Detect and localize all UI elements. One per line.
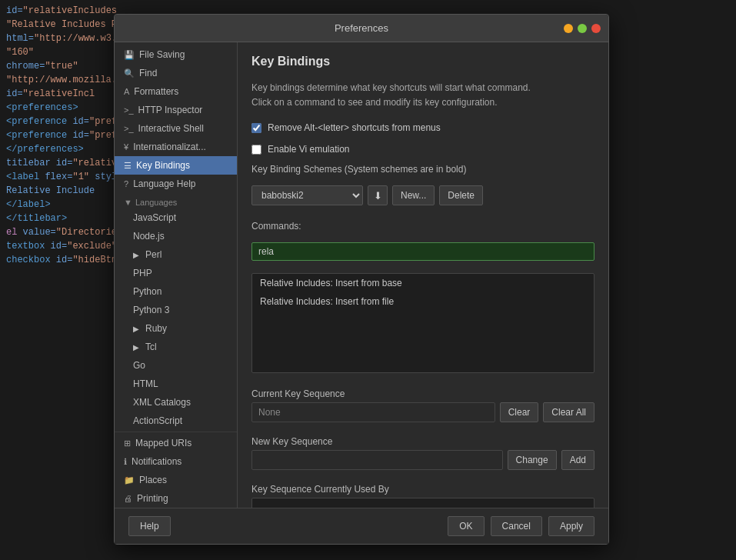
sidebar-item-label: Interactive Shell	[138, 123, 204, 134]
sidebar-item-python[interactable]: Python	[115, 282, 237, 301]
sidebar-item-nodejs[interactable]: Node.js	[115, 227, 237, 245]
ok-button[interactable]: OK	[448, 516, 484, 536]
sidebar: 💾 File Saving 🔍 Find A Formatters >_ HTT…	[115, 42, 238, 508]
clear-button[interactable]: Clear	[500, 402, 539, 422]
minimize-button[interactable]	[564, 24, 573, 33]
i18n-icon: ¥	[124, 142, 128, 152]
shell-icon: >_	[124, 124, 134, 133]
sidebar-item-tcl[interactable]: ▶ Tcl	[115, 338, 237, 356]
sidebar-item-internationalization[interactable]: ¥ Internationalizat...	[115, 138, 237, 156]
sidebar-item-label: Find	[139, 68, 157, 78]
sidebar-item-xml-catalogs[interactable]: XML Catalogs	[115, 393, 237, 412]
sidebar-item-php[interactable]: PHP	[115, 264, 237, 282]
sidebar-item-places[interactable]: 📁 Places	[115, 471, 237, 489]
change-button[interactable]: Change	[508, 450, 557, 470]
sidebar-item-label: File Saving	[139, 49, 185, 60]
sidebar-item-mapped-uris[interactable]: ⊞ Mapped URIs	[115, 434, 237, 452]
maximize-button[interactable]	[578, 24, 587, 33]
sidebar-item-actionscript[interactable]: ActionScript	[115, 412, 237, 430]
places-icon: 📁	[124, 475, 135, 485]
sidebar-item-label: Tcl	[145, 342, 157, 352]
new-key-seq-input[interactable]	[251, 450, 503, 470]
http-icon: >_	[124, 105, 134, 115]
sidebar-item-label: Notifications	[132, 456, 182, 467]
help-button[interactable]: Help	[128, 516, 171, 536]
sidebar-item-label: Key Bindings	[136, 160, 190, 171]
add-button[interactable]: Add	[561, 450, 594, 470]
find-icon: 🔍	[124, 68, 135, 78]
sidebar-item-html[interactable]: HTML	[115, 375, 237, 393]
sidebar-item-label: Python 3	[133, 305, 169, 315]
sidebar-item-label: Mapped URIs	[135, 438, 191, 448]
sidebar-item-label: HTTP Inspector	[138, 105, 203, 115]
lang-help-icon: ?	[124, 179, 128, 188]
sidebar-item-find[interactable]: 🔍 Find	[115, 64, 237, 82]
sidebar-item-label: JavaScript	[133, 212, 176, 223]
current-key-seq-input	[251, 402, 495, 422]
bottom-bar: Help OK Cancel Apply	[115, 508, 608, 544]
close-button[interactable]	[591, 24, 601, 33]
sidebar-item-interactive-shell[interactable]: >_ Interactive Shell	[115, 119, 237, 138]
sidebar-item-formatters[interactable]: A Formatters	[115, 82, 237, 101]
languages-expand-icon: ▼	[124, 198, 132, 207]
checkbox-row-alt: Remove Alt-<letter> shortcuts from menus	[251, 122, 594, 133]
remove-alt-shortcuts-label: Remove Alt-<letter> shortcuts from menus	[268, 122, 441, 133]
new-key-sequence-section: New Key Sequence Change Add	[251, 436, 594, 470]
sidebar-item-file-saving[interactable]: 💾 File Saving	[115, 45, 237, 64]
sidebar-item-python3[interactable]: Python 3	[115, 301, 237, 319]
scheme-select[interactable]: babobski2	[251, 185, 363, 205]
tcl-expand-icon: ▶	[133, 343, 139, 352]
sidebar-item-go[interactable]: Go	[115, 356, 237, 375]
sidebar-item-label: Perl	[145, 249, 162, 260]
apply-button[interactable]: Apply	[548, 516, 594, 536]
commands-search-input[interactable]	[251, 242, 594, 261]
notifications-icon: ℹ	[124, 457, 127, 467]
sidebar-item-label: Internationalizat...	[133, 142, 206, 152]
description-line1: Key bindings determine what key shortcut…	[251, 81, 594, 95]
dialog-body: 💾 File Saving 🔍 Find A Formatters >_ HTT…	[115, 42, 608, 508]
sidebar-item-http-inspector[interactable]: >_ HTTP Inspector	[115, 101, 237, 119]
current-key-seq-label: Current Key Sequence	[251, 388, 594, 399]
list-item[interactable]: Relative Includes: Insert from file	[252, 292, 594, 311]
preferences-dialog: Preferences 💾 File Saving 🔍 Find A Forma…	[114, 14, 609, 545]
scheme-delete-button[interactable]: Delete	[439, 185, 483, 205]
scheme-download-button[interactable]: ⬇	[368, 185, 388, 205]
schemes-label: Key Binding Schemes (System schemes are …	[251, 164, 594, 175]
main-panel: Key Bindings Key bindings determine what…	[238, 42, 608, 508]
vi-emulation-checkbox[interactable]	[251, 145, 261, 155]
download-icon: ⬇	[374, 190, 382, 202]
sidebar-item-language-help[interactable]: ? Language Help	[115, 175, 237, 193]
sidebar-item-label: Language Help	[133, 178, 195, 189]
sidebar-item-label: Formatters	[134, 86, 178, 97]
perl-expand-icon: ▶	[133, 251, 139, 259]
key-bindings-icon: ☰	[124, 161, 132, 171]
checkbox-row-vi: Enable Vi emulation	[251, 144, 594, 155]
new-key-seq-row: Change Add	[251, 450, 594, 470]
current-key-sequence-section: Current Key Sequence Clear Clear All	[251, 388, 594, 422]
sidebar-item-key-bindings[interactable]: ☰ Key Bindings	[115, 156, 237, 175]
cancel-button[interactable]: Cancel	[491, 516, 542, 536]
ruby-expand-icon: ▶	[133, 325, 139, 333]
sidebar-item-label: Node.js	[133, 231, 165, 242]
key-seq-used-label: Key Sequence Currently Used By	[251, 484, 594, 495]
scheme-new-button[interactable]: New...	[392, 185, 435, 205]
bottom-left: Help	[128, 516, 171, 536]
save-icon: 💾	[124, 50, 135, 60]
new-key-seq-label: New Key Sequence	[251, 436, 594, 447]
clear-all-button[interactable]: Clear All	[543, 402, 594, 422]
remove-alt-shortcuts-checkbox[interactable]	[251, 123, 261, 133]
list-item[interactable]: Relative Includes: Insert from base	[252, 274, 594, 292]
sidebar-item-label: Go	[133, 360, 145, 371]
mapped-uris-icon: ⊞	[124, 438, 131, 448]
sidebar-item-perl[interactable]: ▶ Perl	[115, 245, 237, 264]
sidebar-item-ruby[interactable]: ▶ Ruby	[115, 319, 237, 338]
sidebar-item-label: XML Catalogs	[133, 397, 191, 408]
sidebar-item-javascript[interactable]: JavaScript	[115, 208, 237, 227]
sidebar-section-languages[interactable]: ▼ Languages	[115, 193, 237, 208]
dialog-title-bar: Preferences	[115, 15, 608, 42]
sidebar-item-label: Places	[139, 475, 167, 485]
bottom-right: OK Cancel Apply	[448, 516, 594, 536]
sidebar-item-printing[interactable]: 🖨 Printing	[115, 489, 237, 508]
scheme-row: babobski2 ⬇ New... Delete	[251, 185, 594, 205]
sidebar-item-notifications[interactable]: ℹ Notifications	[115, 452, 237, 471]
